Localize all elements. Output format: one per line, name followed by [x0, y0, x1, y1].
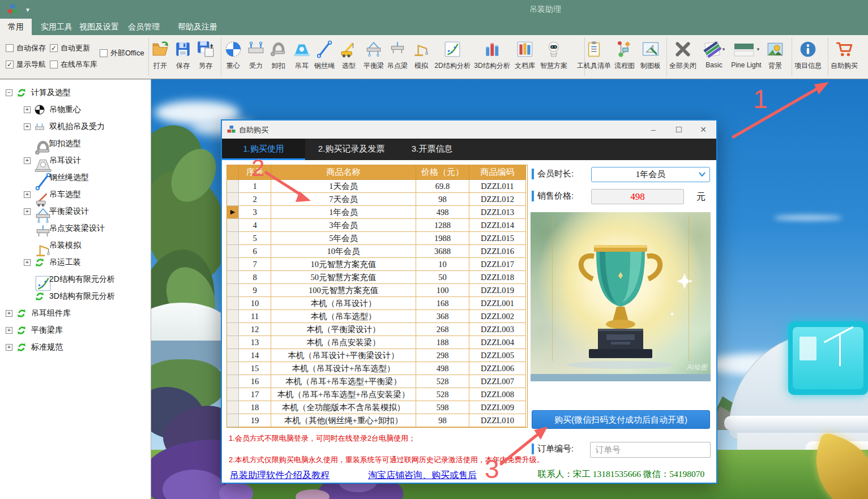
table-cell[interactable]: 14	[239, 349, 271, 362]
table-cell[interactable]: DZZL003	[469, 323, 526, 336]
checkbox-4[interactable]: ✓显示导航	[6, 59, 46, 70]
row-gutter[interactable]	[227, 297, 239, 310]
table-cell[interactable]: 本机（全功能版本不含吊装模拟）	[271, 401, 416, 414]
table-cell[interactable]: 9	[239, 284, 271, 297]
row-gutter[interactable]	[227, 193, 239, 206]
tree-item-吊运工装[interactable]: +吊运工装	[0, 254, 151, 271]
tree-expander-icon[interactable]: +	[24, 259, 31, 266]
table-cell[interactable]: 本机（吊车选型）	[271, 310, 416, 323]
table-cell[interactable]: 8	[239, 271, 271, 284]
ribbon-button-全部关闭[interactable]: 全部关闭	[665, 37, 701, 78]
table-cell[interactable]: 498	[416, 362, 469, 375]
table-cell[interactable]: 1年会员	[271, 206, 416, 219]
tree-expander-icon[interactable]: +	[24, 106, 31, 113]
menu-tab-3[interactable]: 视图及设置	[71, 19, 127, 35]
table-cell[interactable]: 3年会员	[271, 219, 416, 232]
tree-item-吊耳设计[interactable]: +吊耳设计	[0, 152, 151, 169]
table-cell[interactable]: 10	[239, 297, 271, 310]
table-cell[interactable]: DZZL011	[469, 180, 526, 193]
checkbox-3[interactable]: 外部Office	[100, 48, 144, 58]
tree-item-卸扣选型[interactable]: 卸扣选型	[0, 135, 151, 152]
checkbox-1[interactable]: 自动保存	[6, 43, 46, 53]
ribbon-button-背景[interactable]: 背景	[763, 37, 788, 78]
table-cell[interactable]: DZZL015	[469, 232, 526, 245]
table-cell[interactable]: 本机（吊耳+吊车选型+吊点安装梁）	[271, 388, 416, 401]
table-cell[interactable]: DZZL017	[469, 258, 526, 271]
row-gutter[interactable]	[227, 310, 239, 323]
dialog-tab-1[interactable]: 1.购买使用	[222, 139, 305, 160]
table-cell[interactable]: DZZL018	[469, 271, 526, 284]
tree-item-钢丝绳选型[interactable]: 钢丝绳选型	[0, 169, 151, 186]
table-cell[interactable]: 69.8	[416, 180, 469, 193]
table-cell[interactable]: 10元智慧方案充值	[271, 258, 416, 271]
table-cell[interactable]: 1天会员	[271, 180, 416, 193]
table-cell[interactable]: DZZL010	[469, 414, 526, 427]
table-cell[interactable]: 本机（吊耳+吊车选型+平衡梁）	[271, 375, 416, 388]
dialog-tab-2[interactable]: 2.购买记录及发票	[305, 139, 397, 160]
row-gutter[interactable]	[227, 401, 239, 414]
tree-item-吊耳组件库[interactable]: +吊耳组件库	[0, 305, 151, 322]
tree-expander-icon[interactable]: +	[6, 344, 12, 351]
ribbon-button-钢丝绳[interactable]: 钢丝绳	[310, 37, 339, 78]
table-cell[interactable]: 本机（吊耳设计）	[271, 297, 416, 310]
menu-tab-5[interactable]: 帮助及注册	[170, 19, 225, 35]
row-gutter[interactable]	[227, 375, 239, 388]
table-cell[interactable]: DZZL008	[469, 388, 526, 401]
table-cell[interactable]: 本机（平衡梁设计）	[271, 323, 416, 336]
row-gutter[interactable]	[227, 336, 239, 349]
table-cell[interactable]: 168	[416, 297, 469, 310]
table-cell[interactable]: DZZL016	[469, 245, 526, 258]
tree-item-吊物重心[interactable]: +吊物重心	[0, 101, 151, 118]
tree-expander-icon[interactable]: +	[6, 310, 12, 317]
table-cell[interactable]: 5年会员	[271, 232, 416, 245]
table-cell[interactable]: DZZL014	[469, 219, 526, 232]
table-cell[interactable]: 12	[239, 323, 271, 336]
row-gutter[interactable]	[227, 271, 239, 284]
menu-tab-1[interactable]: 常用	[0, 19, 32, 35]
ribbon-button-自助购买[interactable]: 自助购买	[826, 37, 862, 78]
table-cell[interactable]: 10	[416, 258, 469, 271]
table-cell[interactable]: 498	[416, 206, 469, 219]
tree-item-平衡梁库[interactable]: +平衡梁库	[0, 322, 151, 339]
table-cell[interactable]: DZZL006	[469, 362, 526, 375]
row-gutter[interactable]	[227, 232, 239, 245]
ribbon-button-智慧方案[interactable]: 智慧方案	[535, 37, 572, 78]
ribbon-button-受力[interactable]: 受力	[243, 37, 268, 78]
table-cell[interactable]: 298	[416, 349, 469, 362]
table-cell[interactable]: 13	[239, 336, 271, 349]
row-gutter[interactable]	[227, 180, 239, 193]
ribbon-button-卸扣[interactable]: 卸扣	[266, 37, 291, 78]
table-cell[interactable]: 1	[239, 180, 271, 193]
tree-item-吊点安装梁设计[interactable]: 吊点安装梁设计	[0, 220, 151, 237]
table-cell[interactable]: 50	[416, 271, 469, 284]
ribbon-button-选型[interactable]: 选型	[336, 37, 361, 78]
table-cell[interactable]: DZZL005	[469, 349, 526, 362]
tree-expander-icon[interactable]: +	[24, 191, 31, 198]
table-cell[interactable]: DZZL009	[469, 401, 526, 414]
ribbon-button-保存[interactable]: 保存	[170, 37, 195, 78]
row-gutter[interactable]	[227, 388, 239, 401]
table-cell[interactable]: DZZL013	[469, 206, 526, 219]
table-cell[interactable]: 19	[239, 414, 271, 427]
table-cell[interactable]: 3688	[416, 245, 469, 258]
table-cell[interactable]: 1988	[416, 232, 469, 245]
table-cell[interactable]: DZZL012	[469, 193, 526, 206]
table-cell[interactable]: 2	[239, 193, 271, 206]
table-cell[interactable]: 598	[416, 401, 469, 414]
table-cell[interactable]: 3	[239, 206, 271, 219]
row-gutter[interactable]	[227, 245, 239, 258]
row-gutter[interactable]	[227, 414, 239, 427]
table-cell[interactable]: 7	[239, 258, 271, 271]
menu-tab-4[interactable]: 会员管理	[120, 19, 168, 35]
tree-item-2D结构有限元分析[interactable]: 2D结构有限元分析	[0, 271, 151, 288]
table-cell[interactable]: 6	[239, 245, 271, 258]
tree-item-吊装模拟[interactable]: 吊装模拟	[0, 237, 151, 254]
taobao-shop-link[interactable]: 淘宝店铺咨询、购买或售后	[368, 470, 477, 481]
table-cell[interactable]: 7天会员	[271, 193, 416, 206]
row-gutter[interactable]	[227, 219, 239, 232]
table-cell[interactable]: 368	[416, 310, 469, 323]
intro-tutorial-link[interactable]: 吊装助理软件介绍及教程	[230, 470, 330, 481]
checkbox-2[interactable]: ✓自动更新	[50, 43, 90, 53]
tree-item-吊车选型[interactable]: +吊车选型	[0, 186, 151, 203]
table-cell[interactable]: DZZL004	[469, 336, 526, 349]
